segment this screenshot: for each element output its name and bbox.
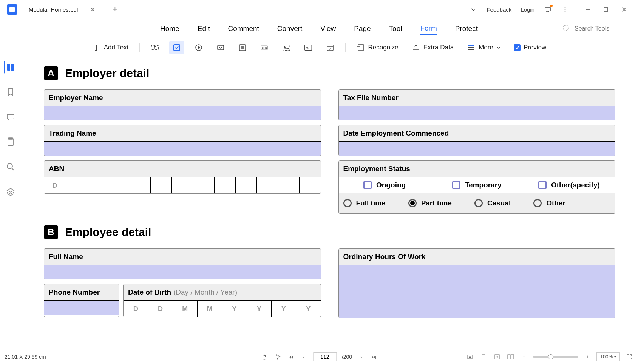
- fit-page-icon[interactable]: [479, 353, 488, 361]
- search-panel-button[interactable]: [4, 160, 17, 173]
- zoom-out-button[interactable]: −: [520, 354, 528, 360]
- abn-digit[interactable]: [215, 177, 236, 193]
- close-tab-icon[interactable]: ✕: [90, 6, 95, 13]
- tax-file-input[interactable]: [339, 106, 615, 120]
- abn-digit[interactable]: [172, 177, 193, 193]
- layers-panel-button[interactable]: [4, 185, 17, 198]
- status-other[interactable]: Other(specify): [523, 177, 615, 193]
- abn-digit[interactable]: [278, 177, 300, 193]
- menu-edit[interactable]: Edit: [198, 23, 210, 34]
- abn-digit[interactable]: [193, 177, 214, 193]
- document-viewport[interactable]: A Employer detail Employer Name Tax File…: [21, 57, 638, 349]
- zoom-slider[interactable]: [533, 356, 578, 358]
- dob-digit[interactable]: Y: [247, 301, 272, 317]
- two-page-view-icon[interactable]: [507, 353, 515, 361]
- first-page-button[interactable]: ⏮: [287, 354, 295, 360]
- button-tool[interactable]: BTN: [257, 41, 272, 54]
- extra-data-button[interactable]: Extra Data: [408, 41, 457, 54]
- fit-width-icon[interactable]: [466, 353, 474, 361]
- bookmarks-panel-button[interactable]: [4, 86, 17, 99]
- recognize-button[interactable]: Recognize: [353, 41, 402, 54]
- abn-digit[interactable]: [65, 177, 87, 193]
- abn-digit[interactable]: [87, 177, 108, 193]
- checkbox-tool[interactable]: [169, 41, 184, 54]
- maximize-button[interactable]: [600, 4, 612, 15]
- dob-digit[interactable]: D: [124, 301, 148, 317]
- hours-input[interactable]: [339, 265, 615, 318]
- dob-digit[interactable]: Y: [296, 301, 320, 317]
- hand-tool-icon[interactable]: [260, 353, 269, 361]
- status-temporary[interactable]: Temporary: [431, 177, 523, 193]
- add-text-button[interactable]: Add Text: [89, 41, 132, 54]
- menu-view[interactable]: View: [320, 23, 336, 34]
- dob-digit[interactable]: M: [198, 301, 222, 317]
- radio-other[interactable]: Other: [533, 199, 565, 207]
- date-commenced-input[interactable]: [339, 141, 615, 156]
- page-number-input[interactable]: [313, 352, 337, 361]
- dropdown-tool[interactable]: [213, 41, 228, 54]
- abn-label: ABN: [44, 161, 321, 177]
- radio-full-time[interactable]: Full time: [343, 199, 386, 207]
- more-button[interactable]: More: [463, 41, 504, 54]
- abn-digit[interactable]: D: [44, 177, 65, 193]
- feedback-link[interactable]: Feedback: [487, 6, 511, 13]
- menu-home[interactable]: Home: [160, 23, 179, 34]
- zoom-percent-icon[interactable]: %: [493, 353, 501, 361]
- zoom-in-button[interactable]: +: [584, 354, 591, 360]
- add-tab-icon[interactable]: +: [113, 5, 117, 14]
- attachments-panel-button[interactable]: [4, 136, 17, 148]
- dob-digit[interactable]: Y: [272, 301, 296, 317]
- image-field-tool[interactable]: [279, 41, 294, 54]
- comments-panel-button[interactable]: [4, 111, 17, 123]
- close-window-button[interactable]: [618, 4, 630, 15]
- menu-comment[interactable]: Comment: [228, 23, 259, 34]
- last-page-button[interactable]: ⏭: [370, 354, 378, 360]
- select-tool-icon[interactable]: [274, 353, 282, 361]
- button-icon: BTN: [260, 43, 269, 52]
- signature-tool[interactable]: [301, 41, 316, 54]
- minimize-button[interactable]: [582, 4, 593, 15]
- full-name-input[interactable]: [44, 265, 321, 279]
- login-link[interactable]: Login: [521, 6, 534, 13]
- menu-tool[interactable]: Tool: [389, 23, 402, 34]
- preview-toggle[interactable]: Preview: [511, 41, 549, 54]
- menu-protect[interactable]: Protect: [455, 23, 478, 34]
- dob-digit[interactable]: M: [173, 301, 198, 317]
- kebab-menu-icon[interactable]: [561, 5, 569, 14]
- dob-digit[interactable]: D: [148, 301, 173, 317]
- status-ongoing[interactable]: Ongoing: [339, 177, 431, 193]
- trading-name-input[interactable]: [44, 141, 321, 156]
- next-page-button[interactable]: ›: [357, 354, 365, 360]
- title-bar: Modular Homes.pdf ✕ + Feedback Login: [0, 0, 638, 19]
- menu-form[interactable]: Form: [420, 23, 437, 35]
- search-tools-input[interactable]: [575, 25, 627, 32]
- employment-status-field: Employment Status Ongoing Temporary Othe…: [338, 160, 616, 214]
- menu-page[interactable]: Page: [354, 23, 371, 34]
- abn-digit[interactable]: [129, 177, 150, 193]
- abn-digit[interactable]: [257, 177, 278, 193]
- phone-input[interactable]: [44, 300, 119, 315]
- svg-point-34: [7, 163, 12, 169]
- thumbnails-panel-button[interactable]: [4, 61, 17, 74]
- prev-page-button[interactable]: ‹: [300, 354, 308, 360]
- abn-digit[interactable]: [151, 177, 172, 193]
- menu-convert[interactable]: Convert: [277, 23, 303, 34]
- app-logo[interactable]: [7, 4, 17, 15]
- document-tab[interactable]: Modular Homes.pdf ✕: [22, 2, 102, 17]
- notification-icon[interactable]: [544, 5, 552, 14]
- abn-digit[interactable]: [236, 177, 257, 193]
- radio-casual[interactable]: Casual: [474, 199, 511, 207]
- employer-name-input[interactable]: [44, 106, 321, 120]
- fullscreen-icon[interactable]: [625, 353, 633, 361]
- abn-digit[interactable]: [108, 177, 129, 193]
- list-tool[interactable]: [235, 41, 250, 54]
- radio-tool[interactable]: [191, 41, 206, 54]
- section-a-header: A Employer detail: [44, 66, 615, 80]
- dob-digit[interactable]: Y: [222, 301, 247, 317]
- text-field-tool[interactable]: [147, 41, 162, 54]
- zoom-select[interactable]: 100%▾: [596, 352, 620, 361]
- abn-digit[interactable]: [300, 177, 320, 193]
- date-field-tool[interactable]: [323, 41, 338, 54]
- radio-part-time[interactable]: Part time: [408, 199, 452, 207]
- dropdown-chevron-icon[interactable]: [469, 5, 477, 14]
